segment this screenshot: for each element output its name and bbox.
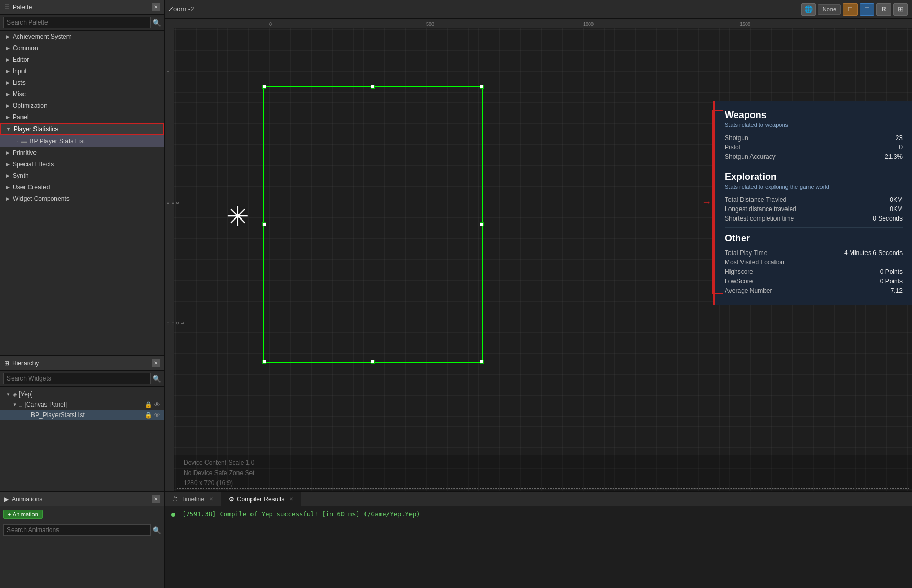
canvas-viewport[interactable]: 0 500 1000 1500 0 500 1000 — [165, 19, 912, 491]
timeline-tab-close[interactable]: ✕ — [209, 496, 213, 502]
stats-row-longest-distance: Longest distance traveled 0KM — [725, 205, 903, 213]
hierarchy-title: Hierarchy — [12, 360, 39, 367]
stats-label: LowScore — [725, 278, 753, 285]
palette-icon: ☰ — [4, 4, 10, 11]
palette-item-panel[interactable]: ▶ Panel — [0, 111, 164, 123]
stats-label: Total Play Time — [725, 249, 767, 257]
hierarchy-close-button[interactable]: ✕ — [152, 359, 160, 367]
stats-panel-overlay: → Weapons Stats related to weapons Shotg… — [713, 101, 912, 305]
handle-top-right[interactable] — [480, 85, 484, 89]
stats-value: 7.12 — [891, 287, 903, 294]
hierarchy-search-bar: 🔍 — [0, 371, 164, 387]
timeline-compiler-panel: ⏱ Timeline ✕ ⚙ Compiler Results ✕ [7591.… — [165, 492, 912, 588]
handle-middle-left[interactable] — [262, 222, 266, 226]
hierarchy-search-input[interactable] — [3, 373, 151, 384]
expand-triangle: ▶ — [6, 103, 10, 108]
palette-item-user-created[interactable]: ▶ User Created — [0, 181, 164, 193]
palette-subitem-bp-player-stats-list[interactable]: ◦ ▬ BP Player Stats List — [0, 135, 164, 147]
canvas-panel-icon: □ — [19, 401, 22, 408]
palette-item-label: Achievement System — [13, 33, 72, 40]
animations-header-left: ▶ Animations — [4, 495, 42, 503]
stats-label: Average Number — [725, 287, 772, 294]
selection-box[interactable] — [263, 86, 483, 363]
stats-value: 21.3% — [885, 153, 903, 160]
square-orange-button[interactable]: □ — [843, 3, 858, 16]
expand-triangle: ▶ — [6, 162, 10, 167]
hierarchy-icon: ⊞ — [4, 360, 9, 367]
palette-item-achievement-system[interactable]: ▶ Achievement System — [0, 31, 164, 42]
handle-top-center[interactable] — [371, 85, 375, 89]
palette-item-player-statistics[interactable]: ▼ Player Statistics — [0, 123, 164, 135]
hierarchy-item-canvas-panel[interactable]: ▼ □ [Canvas Panel] 🔒 👁 — [0, 399, 164, 410]
palette-search-bar: 🔍 — [0, 15, 164, 31]
subitem-dash: ▬ — [21, 138, 27, 144]
handle-bottom-right[interactable] — [480, 360, 484, 364]
palette-item-label: Panel — [13, 113, 29, 121]
stats-divider-2 — [725, 227, 903, 228]
expand-triangle: ▶ — [6, 45, 10, 51]
compiler-results-tab-label: Compiler Results — [237, 495, 284, 503]
add-animation-button[interactable]: + Animation — [3, 510, 43, 519]
animations-icon: ▶ — [4, 495, 9, 503]
compiler-tab-close[interactable]: ✕ — [289, 496, 293, 502]
palette-item-editor[interactable]: ▶ Editor — [0, 54, 164, 65]
square-blue-button[interactable]: □ — [860, 3, 874, 16]
animations-close-button[interactable]: ✕ — [152, 495, 160, 503]
ruler-horizontal: 0 500 1000 1500 — [165, 19, 912, 28]
stats-row-highscore: Highscore 0 Points — [725, 268, 903, 275]
palette-item-label: Editor — [13, 56, 29, 63]
stats-label: Shotgun — [725, 134, 748, 142]
grid-button[interactable]: ⊞ — [893, 3, 908, 16]
none-dropdown-button[interactable]: None — [818, 4, 841, 15]
tab-compiler-results[interactable]: ⚙ Compiler Results ✕ — [221, 492, 301, 506]
hierarchy-item-yep[interactable]: ▼ ◈ [Yep] — [0, 389, 164, 399]
palette-search-input[interactable] — [3, 17, 151, 28]
palette-item-label: Common — [13, 44, 38, 52]
handle-bottom-left[interactable] — [262, 360, 266, 364]
handle-bottom-center[interactable] — [371, 360, 375, 364]
tab-timeline[interactable]: ⏱ Timeline ✕ — [165, 492, 221, 506]
animations-add-row: + Animation — [0, 506, 164, 522]
ruler-vertical: 0 500 1000 — [165, 19, 174, 491]
stats-value: 4 Minutes 6 Seconds — [844, 249, 903, 257]
palette-close-button[interactable]: ✕ — [152, 3, 160, 11]
animations-search-bar: 🔍 — [0, 522, 164, 538]
expand-triangle: ▶ — [6, 34, 10, 39]
compiler-message: [7591.38] Compile of Yep successful! [in… — [182, 511, 420, 518]
no-device-safe-zone-label: No Device Safe Zone Set — [184, 468, 903, 478]
hierarchy-item-bp-player-stats-list[interactable]: — BP_PlayerStatsList 🔒 👁 — [0, 410, 164, 420]
expand-triangle: ▶ — [6, 196, 10, 201]
palette-item-label: Misc — [13, 90, 26, 98]
stats-value: 0 Points — [880, 268, 903, 275]
palette-item-special-effects[interactable]: ▶ Special Effects — [0, 158, 164, 170]
eye-icon: 👁 — [154, 401, 160, 408]
handle-middle-right[interactable] — [480, 222, 484, 226]
palette-item-label: Player Statistics — [14, 125, 58, 133]
canvas-inner: ✳ → Weapons Stats related to weapons Sho… — [174, 28, 912, 491]
weapons-title: Weapons — [725, 110, 903, 121]
stats-row-shortest-completion: Shortest completion time 0 Seconds — [725, 215, 903, 222]
stats-content: → Weapons Stats related to weapons Shotg… — [725, 110, 903, 294]
palette-item-primitive[interactable]: ▶ Primitive — [0, 147, 164, 158]
palette-item-input[interactable]: ▶ Input — [0, 65, 164, 77]
handle-top-left[interactable] — [262, 85, 266, 89]
stats-row-lowscore: LowScore 0 Points — [725, 278, 903, 285]
palette-item-common[interactable]: ▶ Common — [0, 42, 164, 54]
compiler-success-dot — [171, 513, 175, 517]
palette-item-optimization[interactable]: ▶ Optimization — [0, 100, 164, 111]
palette-item-synth[interactable]: ▶ Synth — [0, 170, 164, 181]
animations-search-input[interactable] — [3, 524, 151, 536]
animations-panel: ▶ Animations ✕ + Animation 🔍 — [0, 492, 165, 588]
palette-item-lists[interactable]: ▶ Lists — [0, 77, 164, 88]
palette-item-widget-components[interactable]: ▶ Widget Components — [0, 193, 164, 204]
canvas-toolbar: Zoom -2 🌐 None □ □ R ⊞ — [165, 0, 912, 19]
ruler-v-tick-0: 0 — [166, 71, 170, 73]
device-content-scale-label: Device Content Scale 1.0 — [184, 458, 903, 468]
r-button[interactable]: R — [876, 3, 891, 16]
globe-button[interactable]: 🌐 — [801, 3, 816, 16]
hierarchy-item-label: [Canvas Panel] — [25, 401, 67, 408]
animations-search-icon: 🔍 — [153, 526, 161, 534]
lock-icon: 🔒 — [145, 401, 152, 408]
palette-item-misc[interactable]: ▶ Misc — [0, 88, 164, 100]
palette-item-label: Optimization — [13, 102, 48, 109]
